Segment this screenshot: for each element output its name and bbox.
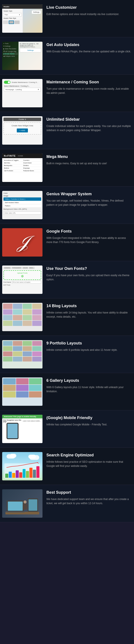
feature-row-googlefonts: 𝒥 Google Fonts With Google Font integrat…	[0, 224, 134, 261]
customizer-style-label: Header Style	[2, 10, 23, 13]
megamenu-item-6: Counters	[22, 159, 42, 162]
gallery-thumb-6	[29, 385, 42, 391]
autoupdate-collapse-label: ◀ Collapse menu	[3, 55, 18, 58]
maintenance-toggle[interactable]	[4, 81, 10, 84]
portfolio-thumb-7	[23, 346, 32, 351]
gallery-thumb-4	[3, 385, 16, 391]
sidebar-create-label: Create New Widget Area	[6, 124, 39, 127]
ownfonts-fontname-input[interactable]	[12, 281, 41, 284]
blog-thumb-1	[3, 304, 12, 309]
megamenu-logo: N∞FINITE	[4, 155, 16, 157]
blog-thumb-15	[23, 321, 32, 326]
seo-bar-2	[9, 472, 12, 478]
gallery-thumb-7	[3, 391, 16, 398]
blog-thumb-11	[23, 315, 32, 320]
feature-desc-wrapper: You can set image, self hosted video, Yo…	[46, 199, 132, 207]
feature-content-portfolio: 9 Portfolio Layouts Infinite comes with …	[46, 340, 132, 352]
feature-image-support	[2, 489, 42, 518]
mobile-subtitle-label: How Googlebot sees this page	[3, 419, 22, 422]
autoupdate-slider-label: ▶ Slider Revolution	[3, 48, 18, 50]
feature-image-portfolio	[2, 340, 42, 368]
portfolio-thumb-16	[32, 357, 42, 362]
feature-title-wrapper: Genius Wrapper System	[46, 192, 132, 196]
feature-desc-maintenance: Turn your site to maintenance or coming …	[46, 87, 132, 95]
support-person-head	[23, 500, 27, 504]
blog-thumb-16	[32, 321, 42, 326]
seo-bar-9	[33, 470, 36, 478]
seo-bar-3	[12, 473, 15, 478]
feature-content-megamenu: Mega Menu Built-in mega menu. Easy to se…	[46, 154, 132, 166]
feature-title-autoupdates: Get Auto Updates	[46, 42, 132, 47]
gallery-thumb-8	[16, 391, 29, 398]
customizer-plain-select[interactable]: Plain ▼	[3, 13, 22, 16]
autoupdate-maps-label: 🗺 WP Google Map	[3, 50, 18, 52]
blog-thumb-4	[32, 304, 42, 309]
feature-row-gallery: 6 Gallery Layouts With 6 Gallery layouts…	[0, 373, 134, 410]
feature-desc-blog: Infinite comes with 14 blog layouts. You…	[46, 311, 132, 319]
ownfonts-upload-area[interactable]: Upload Fonts ⊕	[3, 270, 41, 280]
customizer-settings-button[interactable]: Settings	[32, 10, 41, 14]
maintenance-toggle-label: Enable Maintenance / Coming S...	[12, 81, 38, 83]
wrapper-url-input[interactable]	[3, 212, 41, 214]
feature-desc-seo: Infinite follows best practice of SEO op…	[46, 460, 132, 468]
gallery-thumb-3	[29, 378, 42, 384]
wrapper-image-option: Image	[3, 195, 41, 197]
blog-thumb-14	[13, 321, 22, 326]
wrapper-pattern-option: Pattern	[3, 204, 41, 207]
feature-image-googlefonts: 𝒥	[2, 228, 42, 256]
feature-desc-gallery: With 6 Gallery layouts plus 11 hover sty…	[46, 385, 132, 394]
feature-content-wrapper: Genius Wrapper System You can set image,…	[46, 191, 132, 207]
feature-title-mobile: (Google) Mobile Friendly	[46, 416, 132, 420]
seo-trend-line	[5, 462, 39, 468]
ownfonts-tab-color[interactable]: COLOR	[22, 267, 28, 269]
feature-image-wrapper: Color Image Video ( Youtube & Vimeo ) Se…	[2, 191, 42, 219]
gallery-thumb-5	[16, 385, 29, 391]
portfolio-thumb-2	[13, 341, 22, 346]
megamenu-item-2: Alert Box	[3, 162, 22, 164]
support-tablet-screen	[28, 499, 37, 511]
gallery-thumb-9	[29, 391, 42, 398]
portfolio-thumb-9	[3, 352, 12, 356]
feature-image-maintenance: Enable Maintenance / Coming S... Select …	[2, 79, 42, 107]
feature-image-ownfonts: GENERAL TYPOGRAPHY COLOR WIDG... Upload …	[2, 266, 42, 294]
ownfonts-tab-general[interactable]: GENERAL	[3, 267, 11, 269]
feature-title-seo: Search Engine Optimized	[46, 453, 132, 458]
feature-desc-googlefonts: With Google Font integrated in Infinite,…	[46, 236, 132, 244]
blog-thumb-12	[32, 315, 42, 320]
ownfonts-upload-label: Upload Fonts	[5, 272, 39, 274]
megamenu-item-10: Featured Boxes	[22, 170, 42, 172]
sidebar-footer-label: Footer 4	[3, 118, 41, 121]
autoupdate-content-text: ID. When the global si... the single-use…	[20, 43, 41, 48]
megamenu-item-5: Call To Action	[3, 170, 22, 172]
feature-row-auto-updates: ✏ Tools ⚙ Settings ▶ Slider Revolution 🗺…	[0, 37, 134, 74]
wrapper-selfhosted-option: Self Hosted Video	[3, 201, 41, 204]
feature-row-mobile: Awesome! This page is mobile friendly. H…	[0, 410, 134, 448]
support-laptop	[6, 500, 24, 512]
maintenance-page-select[interactable]: Homepage - Landing ▼	[4, 88, 41, 92]
seo-bar-1	[5, 474, 8, 478]
support-tablet	[28, 498, 38, 512]
megamenu-item-9: Dropcaps	[22, 167, 42, 170]
feature-content-sidebar: Unlimited Sidebar Create individual side…	[46, 116, 132, 132]
feature-title-megamenu: Mega Menu	[46, 154, 132, 159]
blog-thumb-6	[13, 309, 22, 314]
portfolio-thumb-5	[3, 346, 12, 351]
sidebar-add-button[interactable]: + ADD	[17, 128, 28, 132]
feature-title-gallery: 6 Gallery Layouts	[46, 378, 132, 383]
feature-content-ownfonts: Use Your Own Fonts? Easy! If you have yo…	[46, 266, 132, 282]
feature-image-seo	[2, 452, 42, 480]
customizer-plain-style-label: Header Plain Style	[2, 17, 23, 20]
seo-bar-4	[16, 470, 19, 478]
portfolio-thumb-13	[3, 357, 12, 362]
feature-title-maintenance: Maintenance / Coming Soon	[46, 80, 132, 85]
autoupdate-settings-button[interactable]: Settings	[20, 48, 41, 52]
ownfonts-tab-widg[interactable]: WIDG...	[29, 267, 35, 269]
ownfonts-tab-typography[interactable]: TYPOGRAPHY	[11, 267, 22, 269]
support-laptop-base	[6, 511, 25, 512]
megamenu-item-8: Dividers	[22, 164, 42, 167]
feature-image-blog	[2, 303, 42, 331]
customizer-title-label: Header	[3, 6, 9, 8]
seo-bar-6	[23, 469, 26, 478]
seo-cloud-2	[10, 454, 16, 458]
megamenu-nav-home: HOME	[18, 155, 23, 157]
